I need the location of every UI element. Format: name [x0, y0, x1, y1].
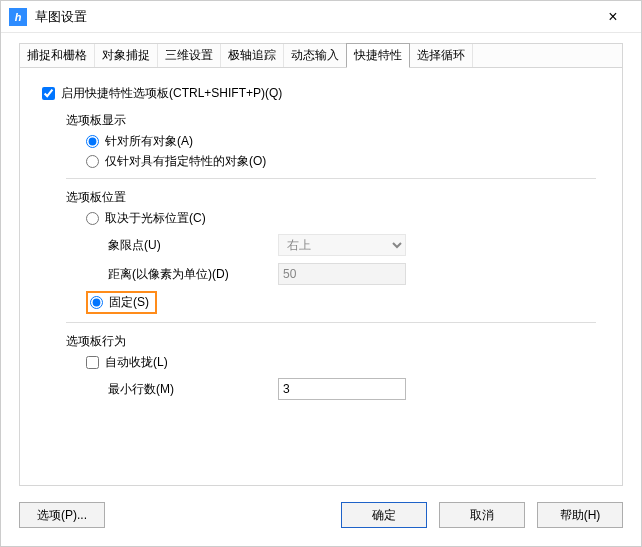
distance-label: 距离(以像素为单位)(D) — [108, 266, 278, 283]
enable-qp-input[interactable] — [42, 87, 55, 100]
tab-row: 捕捉和栅格 对象捕捉 三维设置 极轴追踪 动态输入 快捷特性 选择循环 — [19, 43, 623, 68]
options-button[interactable]: 选项(P)... — [19, 502, 105, 528]
close-button[interactable]: × — [593, 8, 633, 26]
footer: 选项(P)... 确定 取消 帮助(H) — [1, 492, 641, 546]
radio-by-cursor[interactable]: 取决于光标位置(C) — [86, 210, 600, 227]
radio-fixed-label: 固定(S) — [109, 294, 149, 311]
radio-fixed-wrap: 固定(S) — [86, 291, 600, 314]
radio-all-objects[interactable]: 针对所有对象(A) — [86, 133, 600, 150]
minrows-input[interactable] — [278, 378, 406, 400]
help-button[interactable]: 帮助(H) — [537, 502, 623, 528]
quadrant-select: 右上 — [278, 234, 406, 256]
separator-1 — [66, 178, 596, 179]
tab-dynamic[interactable]: 动态输入 — [284, 44, 347, 67]
radio-fixed-highlight: 固定(S) — [86, 291, 157, 314]
radio-specific-input[interactable] — [86, 155, 99, 168]
window-title: 草图设置 — [35, 8, 593, 26]
radio-by-cursor-input[interactable] — [86, 212, 99, 225]
radio-all-label: 针对所有对象(A) — [105, 133, 193, 150]
auto-collapse-checkbox[interactable]: 自动收拢(L) — [86, 354, 600, 371]
tab-polar[interactable]: 极轴追踪 — [221, 44, 284, 67]
group-display-title: 选项板显示 — [66, 112, 600, 129]
ok-button[interactable]: 确定 — [341, 502, 427, 528]
separator-2 — [66, 322, 596, 323]
radio-specific-label: 仅针对具有指定特性的对象(O) — [105, 153, 266, 170]
auto-collapse-label: 自动收拢(L) — [105, 354, 168, 371]
minrows-label: 最小行数(M) — [108, 381, 278, 398]
tab-panel: 启用快捷特性选项板(CTRL+SHIFT+P)(Q) 选项板显示 针对所有对象(… — [19, 68, 623, 486]
titlebar: h 草图设置 × — [1, 1, 641, 33]
tab-selection-cycle[interactable]: 选择循环 — [410, 44, 473, 67]
content: 捕捉和栅格 对象捕捉 三维设置 极轴追踪 动态输入 快捷特性 选择循环 启用快捷… — [1, 33, 641, 492]
auto-collapse-input[interactable] — [86, 356, 99, 369]
cancel-button[interactable]: 取消 — [439, 502, 525, 528]
enable-qp-label: 启用快捷特性选项板(CTRL+SHIFT+P)(Q) — [61, 85, 282, 102]
radio-fixed-input[interactable] — [90, 296, 103, 309]
tab-osnap[interactable]: 对象捕捉 — [95, 44, 158, 67]
radio-by-cursor-label: 取决于光标位置(C) — [105, 210, 206, 227]
group-behavior-title: 选项板行为 — [66, 333, 600, 350]
tab-quick-props[interactable]: 快捷特性 — [346, 43, 410, 68]
radio-fixed[interactable]: 固定(S) — [90, 294, 149, 311]
radio-all-input[interactable] — [86, 135, 99, 148]
distance-row: 距离(以像素为单位)(D) — [108, 263, 600, 285]
quadrant-row: 象限点(U) 右上 — [108, 234, 600, 256]
app-icon: h — [9, 8, 27, 26]
group-position-title: 选项板位置 — [66, 189, 600, 206]
quadrant-label: 象限点(U) — [108, 237, 278, 254]
enable-qp-checkbox[interactable]: 启用快捷特性选项板(CTRL+SHIFT+P)(Q) — [42, 85, 600, 102]
distance-input — [278, 263, 406, 285]
minrows-row: 最小行数(M) — [108, 378, 600, 400]
radio-specific-objects[interactable]: 仅针对具有指定特性的对象(O) — [86, 153, 600, 170]
tab-snap-grid[interactable]: 捕捉和栅格 — [20, 44, 95, 67]
tab-3d[interactable]: 三维设置 — [158, 44, 221, 67]
